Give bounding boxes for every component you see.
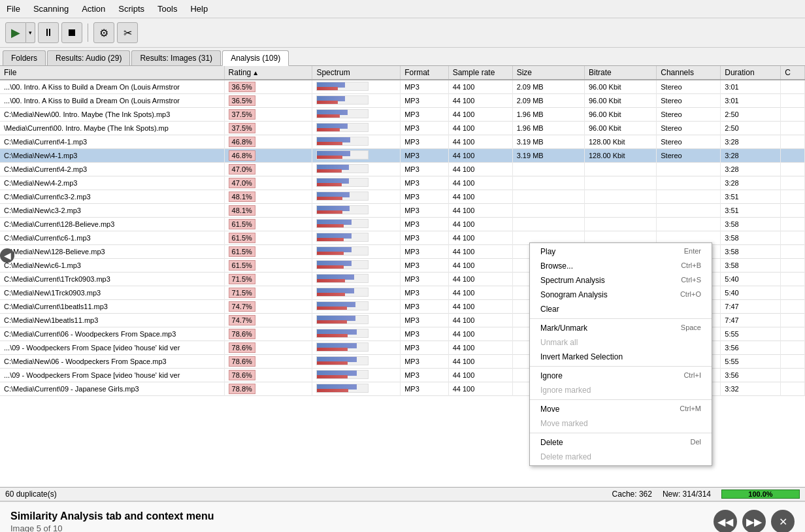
caption-subtitle: Image 5 of 10 xyxy=(10,524,214,533)
col-header-channels[interactable]: Channels xyxy=(657,66,721,80)
table-row[interactable]: C:\Media\Current\c3-2.mp348.1%MP344 1003… xyxy=(0,190,805,204)
col-header-c[interactable]: C xyxy=(781,66,805,80)
ctx-separator xyxy=(530,318,712,319)
ctx-item-ignore[interactable]: IgnoreCtrl+I xyxy=(530,369,712,383)
settings-button[interactable]: ⚙ xyxy=(93,22,114,43)
status-right: Cache: 362 New: 314/314 100.0% xyxy=(612,490,800,499)
table-row[interactable]: C:\Media\New\4-2.mp347.0%MP344 1003:28 xyxy=(0,176,805,190)
col-header-sample[interactable]: Sample rate xyxy=(448,66,512,80)
status-bar: 60 duplicate(s) Cache: 362 New: 314/314 … xyxy=(0,487,805,501)
col-header-rating[interactable]: Rating▲ xyxy=(224,66,312,80)
cell-duration: 2:50 xyxy=(721,108,781,122)
cell-file: C:\Media\Current\4-2.mp3 xyxy=(0,163,224,176)
prev-button[interactable]: ◀◀ xyxy=(714,510,737,532)
cell-rating: 47.0% xyxy=(224,176,312,190)
cell-rating: 71.5% xyxy=(224,273,312,286)
stop-button[interactable]: ⏹ xyxy=(61,22,82,43)
table-row[interactable]: C:\Media\Current\128-Believe.mp361.5%MP3… xyxy=(0,218,805,231)
menu-help[interactable]: Help xyxy=(188,3,210,15)
table-row[interactable]: C:\Media\Current\4-2.mp347.0%MP344 1003:… xyxy=(0,163,805,176)
cell-size: 2.09 MB xyxy=(512,94,584,108)
next-button[interactable]: ▶▶ xyxy=(742,510,766,532)
col-header-format[interactable]: Format xyxy=(401,66,449,80)
table-row[interactable]: \Media\Current\00. Intro. Maybe (The Ink… xyxy=(0,122,805,135)
ctx-item-browse---[interactable]: Browse...Ctrl+B xyxy=(530,259,712,273)
cell-c xyxy=(781,245,805,259)
cell-c xyxy=(781,355,805,369)
cell-format: MP3 xyxy=(401,369,449,382)
ctx-item-label: Invert Marked Selection xyxy=(540,352,623,361)
table-row[interactable]: ...\00. Intro. A Kiss to Build a Dream O… xyxy=(0,94,805,108)
cell-format: MP3 xyxy=(401,80,449,94)
cell-size: 1.96 MB xyxy=(512,122,584,135)
pause-button[interactable]: ⏸ xyxy=(38,22,59,43)
ctx-item-ignore-marked: Ignore marked xyxy=(530,383,712,397)
cell-duration: 3:32 xyxy=(721,382,781,396)
cell-sample: 44 100 xyxy=(448,108,512,122)
table-row[interactable]: C:\Media\New\c3-2.mp348.1%MP344 1003:51 xyxy=(0,204,805,218)
progress-bar: 100.0% xyxy=(721,490,800,499)
col-header-file[interactable]: File xyxy=(0,66,224,80)
cell-file: C:\Media\Current\06 - Woodpeckers From S… xyxy=(0,327,224,341)
cell-c xyxy=(781,176,805,190)
tab-analysis[interactable]: Analysis (109) xyxy=(222,50,289,66)
cell-size xyxy=(512,218,584,231)
col-header-bitrate[interactable]: Bitrate xyxy=(584,66,656,80)
cell-c xyxy=(781,80,805,94)
col-header-spectrum[interactable]: Spectrum xyxy=(312,66,401,80)
cell-bitrate: 96.00 Kbit xyxy=(584,122,656,135)
menu-scripts[interactable]: Scripts xyxy=(116,3,147,15)
ctx-item-clear[interactable]: Clear xyxy=(530,302,712,316)
caption-title: Similarity Analysis tab and context menu xyxy=(10,510,214,522)
ctx-item-play[interactable]: PlayEnter xyxy=(530,244,712,259)
cell-rating: 78.6% xyxy=(224,369,312,382)
menu-action[interactable]: Action xyxy=(79,3,108,15)
ctx-item-sonogram-analysis[interactable]: Sonogram AnalysisCtrl+O xyxy=(530,288,712,302)
table-row[interactable]: C:\Media\New\00. Intro. Maybe (The Ink S… xyxy=(0,108,805,122)
menu-file[interactable]: File xyxy=(4,3,23,15)
close-button[interactable]: ✕ xyxy=(771,510,795,532)
ctx-item-mark-unmark[interactable]: Mark/UnmarkSpace xyxy=(530,321,712,335)
cell-spectrum xyxy=(312,163,401,176)
cell-file: C:\Media\New\c3-2.mp3 xyxy=(0,204,224,218)
cell-c xyxy=(781,190,805,204)
cell-spectrum xyxy=(312,259,401,273)
ctx-item-shortcut: Ctrl+O xyxy=(680,290,701,299)
cell-sample: 44 100 xyxy=(448,176,512,190)
ctx-item-delete[interactable]: DeleteDel xyxy=(530,435,712,450)
ctx-item-spectrum-analysis[interactable]: Spectrum AnalysisCtrl+S xyxy=(530,273,712,288)
cell-spectrum xyxy=(312,245,401,259)
cell-spectrum xyxy=(312,218,401,231)
tab-results-audio[interactable]: Results: Audio (29) xyxy=(47,50,130,65)
cell-duration: 3:01 xyxy=(721,80,781,94)
new-count: New: 314/314 xyxy=(663,490,711,499)
cell-rating: 36.5% xyxy=(224,94,312,108)
cell-rating: 37.5% xyxy=(224,108,312,122)
caption-area: Similarity Analysis tab and context menu… xyxy=(0,501,805,532)
col-header-size[interactable]: Size xyxy=(512,66,584,80)
cell-c xyxy=(781,382,805,396)
cell-spectrum xyxy=(312,382,401,396)
play-button[interactable]: ▶ xyxy=(5,22,26,43)
tools-button[interactable]: ✂ xyxy=(117,22,138,43)
ctx-item-move[interactable]: MoveCtrl+M xyxy=(530,402,712,416)
table-row[interactable]: ...\00. Intro. A Kiss to Build a Dream O… xyxy=(0,80,805,94)
cell-format: MP3 xyxy=(401,231,449,245)
menu-tools[interactable]: Tools xyxy=(155,3,180,15)
play-dropdown-button[interactable]: ▾ xyxy=(26,22,35,43)
table-row[interactable]: C:\Media\Current\4-1.mp346.8%MP344 1003.… xyxy=(0,135,805,149)
tab-results-images[interactable]: Results: Images (31) xyxy=(131,50,221,65)
ctx-item-invert-marked-selection[interactable]: Invert Marked Selection xyxy=(530,350,712,364)
cell-sample: 44 100 xyxy=(448,245,512,259)
back-nav-indicator[interactable]: ◀ xyxy=(0,248,14,263)
cell-file: C:\Media\Current\c3-2.mp3 xyxy=(0,190,224,204)
cell-duration: 3:56 xyxy=(721,369,781,382)
cell-format: MP3 xyxy=(401,149,449,163)
table-header-row: File Rating▲ Spectrum Format Sample rate… xyxy=(0,66,805,80)
table-row[interactable]: C:\Media\New\4-1.mp346.8%MP344 1003.19 M… xyxy=(0,149,805,163)
cell-c xyxy=(781,218,805,231)
cell-duration: 2:50 xyxy=(721,122,781,135)
menu-scanning[interactable]: Scanning xyxy=(31,3,71,15)
tab-folders[interactable]: Folders xyxy=(3,50,46,65)
col-header-duration[interactable]: Duration xyxy=(721,66,781,80)
